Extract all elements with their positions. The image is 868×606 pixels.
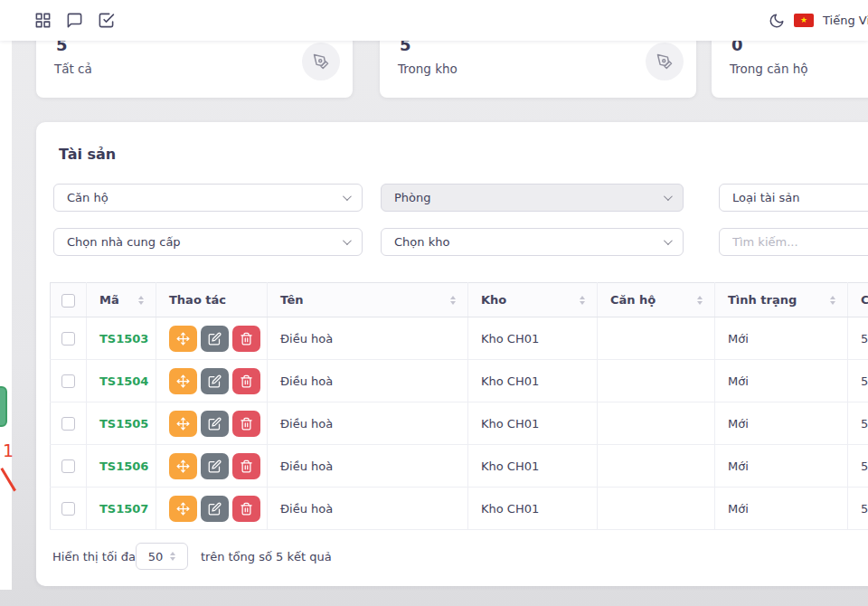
asset-status: Mới [715,445,848,488]
move-icon [176,332,190,346]
header-apartment[interactable]: Căn hộ [598,283,715,317]
select-all-checkbox[interactable] [61,294,75,308]
chevron-down-icon [343,236,352,245]
supplier-select[interactable]: Chọn nhà cung cấp [53,228,363,256]
edit-button[interactable] [201,453,229,479]
grid-icon[interactable] [34,12,52,29]
chevron-down-icon [343,192,352,201]
assets-table: Mã Thao tác Tên Kho Căn hộ Tình trạng C … [50,282,868,530]
chat-icon[interactable] [66,12,83,29]
supplier-select-value: Chọn nhà cung cấp [67,235,181,249]
stat-label: Tất cả [54,62,92,76]
row-checkbox[interactable] [61,459,75,473]
sort-icon [697,296,703,305]
asset-status: Mới [715,360,848,402]
delete-button[interactable] [232,411,260,437]
row-checkbox[interactable] [61,332,75,346]
stat-label: Trong căn hộ [730,62,808,76]
asset-apartment [598,317,715,360]
asset-status: Mới [715,402,848,445]
assets-panel: Tài sản Căn hộ Phòng Loại tài sản Chọn n… [36,122,868,586]
delete-button[interactable] [232,453,260,479]
asset-apartment [598,360,715,402]
green-annotation-chip [0,386,7,427]
asset-apartment [598,488,715,530]
page-size-stepper[interactable]: 50 [136,543,188,570]
asset-warehouse: Kho CH01 [468,402,598,445]
asset-code-link[interactable]: TS1503 [99,332,148,346]
asset-extra: 5 [848,488,868,530]
asset-type-select[interactable]: Loại tài sản [719,184,868,212]
header-name[interactable]: Tên [268,283,468,317]
warehouse-select-value: Chọn kho [394,235,449,249]
header-status[interactable]: Tình trạng [715,283,848,317]
sort-icon [450,296,456,305]
results-total-text: trên tổng số 5 kết quả [201,550,332,563]
app: 5 Tất cả 5 Trong kho 0 Trong căn hộ Tài … [0,0,868,606]
header-extra[interactable]: C [848,283,868,317]
edit-button[interactable] [201,368,229,394]
edit-button[interactable] [201,326,229,352]
sort-icon [138,296,144,305]
asset-apartment [598,445,715,488]
chevron-down-icon [664,236,673,245]
pen-tool-button[interactable] [302,43,340,80]
warehouse-select[interactable]: Chọn kho [381,228,684,256]
move-button[interactable] [169,453,197,479]
edit-icon [208,459,222,473]
delete-button[interactable] [232,368,260,394]
select-all-cell [51,283,87,317]
asset-name: Điều hoà [268,445,468,488]
asset-warehouse: Kho CH01 [468,317,598,360]
asset-apartment [598,402,715,445]
asset-extra: 5 [848,445,868,488]
moon-icon[interactable] [769,13,785,29]
header-warehouse[interactable]: Kho [468,283,598,317]
asset-extra: 5 [848,317,868,360]
asset-extra: 5 [848,402,868,445]
header-code[interactable]: Mã [87,283,156,317]
move-icon [176,459,190,473]
apartment-select[interactable]: Căn hộ [53,184,363,212]
asset-code-link[interactable]: TS1505 [99,417,148,431]
trash-icon [240,459,253,473]
header-actions: Thao tác [156,283,268,317]
asset-name: Điều hoà [268,317,468,360]
asset-type-select-value: Loại tài sản [732,191,799,204]
table-row: TS1504 Điều hoà Kho CH01 Mới 5 [51,360,868,402]
left-edge-strip [0,41,12,590]
move-button[interactable] [169,368,197,394]
row-checkbox[interactable] [61,502,75,516]
table-row: TS1507 Điều hoà Kho CH01 Mới 5 [51,488,868,530]
move-button[interactable] [169,496,197,522]
chevron-down-icon [664,192,673,201]
move-button[interactable] [169,411,197,437]
edit-icon [208,332,222,346]
page-size-prefix: Hiển thị tối đa [52,550,136,563]
edit-icon [208,502,222,516]
trash-icon [240,374,253,388]
delete-button[interactable] [232,326,260,352]
room-select[interactable]: Phòng [381,184,684,212]
asset-code-link[interactable]: TS1507 [99,502,148,516]
move-button[interactable] [169,326,197,352]
edit-button[interactable] [201,496,229,522]
asset-code-link[interactable]: TS1506 [99,459,148,473]
asset-status: Mới [715,488,848,530]
vietnam-flag-icon[interactable]: ★ [794,14,814,27]
row-checkbox[interactable] [61,417,75,431]
delete-button[interactable] [232,496,260,522]
pen-tool-icon [313,53,329,70]
trash-icon [240,502,253,516]
room-select-value: Phòng [394,191,431,204]
row-checkbox[interactable] [61,374,75,388]
pen-tool-button[interactable] [646,43,684,80]
language-label[interactable]: Tiếng Việt [823,14,868,27]
search-input[interactable] [719,228,868,256]
stepper-arrows-icon [170,552,175,561]
check-square-icon[interactable] [98,12,115,29]
table-header-row: Mã Thao tác Tên Kho Căn hộ Tình trạng C [51,283,868,317]
edit-button[interactable] [201,411,229,437]
asset-code-link[interactable]: TS1504 [99,374,148,388]
stat-label: Trong kho [398,62,458,76]
